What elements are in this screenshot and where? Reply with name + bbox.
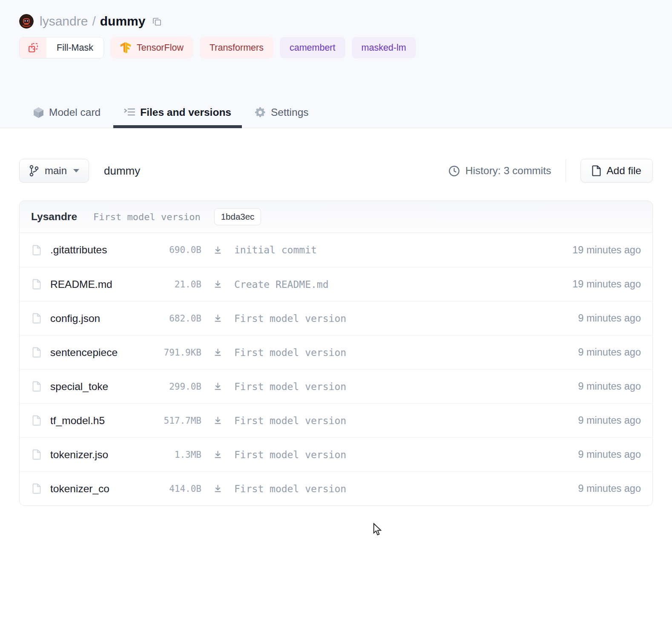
- file-name-link[interactable]: tf_model.h5: [50, 415, 129, 427]
- tag-label: Transformers: [210, 43, 264, 53]
- file-commit-message[interactable]: First model version: [234, 313, 578, 324]
- file-commit-time: 9 minutes ago: [578, 347, 652, 358]
- file-icon: [32, 279, 41, 290]
- tag-tensorflow[interactable]: TensorFlow: [110, 37, 193, 58]
- file-icon: [32, 313, 41, 324]
- file-icon: [32, 245, 41, 255]
- repo-header: lysandre / dummy Fill-Mask: [0, 0, 672, 128]
- file-commit-time: 9 minutes ago: [578, 415, 652, 426]
- file-name-link[interactable]: README.md: [50, 278, 129, 290]
- file-name-link[interactable]: tokenizer_co: [50, 483, 129, 495]
- file-icon: [32, 381, 41, 392]
- file-rows: .gitattributes 690.0B initial commit 19 …: [20, 233, 652, 505]
- file-icon: [32, 483, 41, 494]
- file-commit-time: 9 minutes ago: [578, 449, 652, 460]
- file-commit-message[interactable]: First model version: [234, 347, 578, 358]
- file-commit-time: 19 minutes ago: [572, 244, 652, 256]
- fill-mask-icon: [20, 37, 46, 58]
- table-row: tokenizer_co 414.0B First model version …: [20, 471, 652, 505]
- file-commit-message[interactable]: First model version: [234, 449, 578, 460]
- tag-transformers[interactable]: Transformers: [200, 37, 273, 58]
- file-commit-time: 19 minutes ago: [572, 278, 652, 290]
- table-row: tokenizer.jso 1.3MB First model version …: [20, 437, 652, 471]
- tag-camembert[interactable]: camembert: [280, 37, 345, 58]
- file-commit-time: 9 minutes ago: [578, 381, 652, 392]
- gear-icon: [255, 107, 266, 118]
- avatar[interactable]: [19, 14, 34, 29]
- file-commit-message[interactable]: First model version: [234, 415, 578, 426]
- branch-name: main: [45, 165, 67, 177]
- tensorflow-icon: [120, 42, 131, 54]
- files-list-icon: [124, 107, 135, 118]
- download-icon[interactable]: [213, 416, 222, 425]
- tab-label: Model card: [49, 106, 101, 118]
- file-commit-time: 9 minutes ago: [578, 483, 652, 494]
- model-repo-page: lysandre / dummy Fill-Mask: [0, 0, 672, 643]
- file-icon: [32, 449, 41, 460]
- chevron-down-icon: [73, 169, 79, 172]
- file-name-link[interactable]: .gitattributes: [50, 244, 129, 256]
- divider: [566, 159, 566, 182]
- file-size: 1.3MB: [129, 450, 201, 460]
- history-label: History: 3 commits: [465, 165, 551, 177]
- repo-owner-link[interactable]: lysandre: [40, 14, 88, 29]
- download-icon[interactable]: [213, 382, 222, 391]
- branch-selector[interactable]: main: [19, 159, 89, 183]
- tag-fill-mask[interactable]: Fill-Mask: [19, 37, 104, 58]
- file-icon: [32, 347, 41, 358]
- tag-label: masked-lm: [362, 43, 406, 53]
- table-row: sentencepiece 791.9KB First model versio…: [20, 335, 652, 369]
- commit-message[interactable]: First model version: [93, 212, 201, 222]
- download-icon[interactable]: [213, 314, 222, 323]
- file-commit-time: 9 minutes ago: [578, 313, 652, 324]
- table-row: config.json 682.0B First model version 9…: [20, 301, 652, 335]
- last-commit-bar: Lysandre First model version 1bda3ec: [20, 201, 652, 233]
- table-row: .gitattributes 690.0B initial commit 19 …: [20, 233, 652, 267]
- repo-tabs: Model card Files and versions: [23, 97, 653, 128]
- tag-masked-lm[interactable]: masked-lm: [352, 37, 416, 58]
- commit-author[interactable]: Lysandre: [31, 211, 77, 223]
- file-name-link[interactable]: sentencepiece: [50, 347, 129, 359]
- commit-hash-badge[interactable]: 1bda3ec: [214, 208, 261, 225]
- files-toolbar: main dummy History: 3 commits Add: [19, 159, 653, 183]
- file-name-link[interactable]: tokenizer.jso: [50, 449, 129, 461]
- file-size: 299.0B: [129, 382, 201, 392]
- download-icon[interactable]: [213, 450, 222, 459]
- tab-label: Settings: [271, 106, 309, 118]
- download-icon[interactable]: [213, 280, 222, 289]
- file-size: 682.0B: [129, 313, 201, 324]
- file-commit-message[interactable]: initial commit: [234, 244, 572, 255]
- download-icon[interactable]: [213, 246, 222, 255]
- add-file-button[interactable]: Add file: [580, 159, 653, 183]
- file-name-link[interactable]: special_toke: [50, 381, 129, 393]
- table-row: special_toke 299.0B First model version …: [20, 369, 652, 403]
- tab-settings[interactable]: Settings: [244, 97, 319, 128]
- cube-icon: [33, 107, 44, 118]
- file-size: 21.0B: [129, 279, 201, 290]
- repo-slash: /: [92, 14, 95, 29]
- file-size: 414.0B: [129, 484, 201, 494]
- file-size: 791.9KB: [129, 347, 201, 358]
- table-row: README.md 21.0B Create README.md 19 minu…: [20, 267, 652, 301]
- tags-row: Fill-Mask TensorFlow Transformers camemb…: [19, 37, 653, 58]
- file-size: 517.7MB: [129, 416, 201, 426]
- file-table: Lysandre First model version 1bda3ec .gi…: [19, 201, 653, 506]
- clock-icon: [448, 165, 460, 177]
- repo-name: dummy: [100, 14, 146, 29]
- file-commit-message[interactable]: First model version: [234, 381, 578, 392]
- git-branch-icon: [29, 165, 39, 177]
- download-icon[interactable]: [213, 484, 222, 493]
- history-commits-link[interactable]: History: 3 commits: [448, 165, 551, 177]
- breadcrumb: dummy: [104, 164, 140, 178]
- copy-repo-name-icon[interactable]: [152, 17, 162, 26]
- file-plus-icon: [592, 165, 601, 176]
- file-commit-message[interactable]: Create README.md: [234, 279, 572, 290]
- table-row: tf_model.h5 517.7MB First model version …: [20, 403, 652, 437]
- download-icon[interactable]: [213, 348, 222, 357]
- tab-files-and-versions[interactable]: Files and versions: [113, 97, 242, 128]
- file-commit-message[interactable]: First model version: [234, 483, 578, 494]
- file-size: 690.0B: [129, 245, 201, 255]
- file-name-link[interactable]: config.json: [50, 313, 129, 324]
- tab-model-card[interactable]: Model card: [23, 97, 111, 128]
- tag-label: TensorFlow: [137, 43, 184, 53]
